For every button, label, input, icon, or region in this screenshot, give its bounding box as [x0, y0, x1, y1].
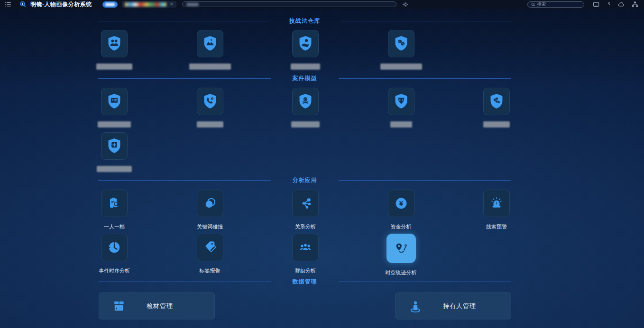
tile-shield-hand[interactable] — [292, 30, 319, 57]
tactic-item — [277, 30, 334, 70]
tile-label-redacted — [483, 121, 510, 128]
tile-shield-mask[interactable] — [388, 88, 414, 115]
tab-label-redacted — [125, 2, 166, 7]
settings-gear-icon[interactable] — [402, 1, 408, 8]
shield-plus-icon — [106, 137, 123, 155]
tile-label-redacted — [380, 64, 422, 70]
shield-phone-icon — [202, 92, 219, 110]
cloud-icon[interactable] — [618, 1, 625, 7]
section-title: 技战法仓库 — [289, 17, 320, 25]
app-item: ¥ 资金分析 — [373, 190, 430, 230]
tab-case[interactable]: ✕ — [122, 1, 176, 8]
app-label: 线索预警 — [486, 223, 507, 230]
tile-person-archive[interactable] — [101, 190, 128, 217]
app-label: 标签报告 — [200, 267, 221, 274]
card-label: 持有人管理 — [443, 302, 476, 310]
clock-icon — [107, 240, 122, 255]
tile-label-redacted — [98, 121, 131, 128]
tile-money-yen[interactable]: ¥ — [388, 190, 414, 217]
tile-relation-graph[interactable] — [292, 190, 319, 217]
tile-tags[interactable] — [197, 234, 223, 261]
tile-label-redacted — [291, 64, 320, 70]
tactic-item — [86, 30, 143, 70]
evidence-box-icon — [111, 299, 127, 314]
case-model-item — [86, 88, 143, 128]
tile-shield-dice[interactable] — [388, 30, 414, 57]
address-bar[interactable] — [182, 1, 396, 7]
sitemap-icon[interactable] — [632, 1, 638, 8]
close-icon[interactable]: ✕ — [170, 2, 174, 7]
tactic-item — [373, 30, 430, 70]
tile-shield-skull[interactable] — [292, 88, 319, 115]
card-label: 检材管理 — [147, 302, 173, 310]
tile-trajectory[interactable] — [386, 234, 416, 263]
shield-scene-icon — [202, 35, 219, 53]
case-model-item — [182, 88, 239, 128]
app-item: 群组分析 — [277, 234, 334, 274]
person-archive-icon — [107, 196, 122, 211]
trajectory-icon — [393, 240, 410, 257]
app-label: 一人一档 — [104, 223, 125, 230]
app-label: 关键词碰撞 — [197, 223, 223, 230]
shield-pills-icon — [488, 92, 505, 110]
shield-skull-icon — [297, 92, 314, 110]
card-holder-management[interactable]: 持有人管理 — [395, 292, 511, 319]
tactic-item — [182, 30, 239, 70]
card-evidence-management[interactable]: 检材管理 — [99, 292, 215, 319]
section-title: 数据管理 — [293, 278, 317, 286]
tile-shield-people[interactable] — [101, 30, 128, 57]
shield-people-icon — [106, 35, 123, 53]
tile-group[interactable] — [292, 234, 319, 261]
section-header-tactics: 技战法仓库 — [98, 17, 511, 25]
tile-label-redacted — [96, 64, 132, 70]
section-header-case-models: 案件模型 — [98, 74, 511, 82]
group-icon — [298, 240, 313, 255]
monitor-icon[interactable] — [593, 1, 599, 8]
tile-alarm-siren[interactable] — [483, 190, 510, 217]
relation-graph-icon — [298, 196, 313, 211]
shield-hand-icon — [297, 35, 314, 53]
app-label: 时空轨迹分析 — [386, 269, 417, 276]
app-item: 关键词碰撞 — [182, 190, 239, 230]
app-item: 事件时序分析 — [86, 234, 143, 274]
tab-active-pill[interactable] — [102, 1, 118, 8]
topbar: 明镜·人物画像分析系统 ✕ — [0, 0, 644, 9]
app-title: 明镜·人物画像分析系统 — [30, 0, 92, 9]
app-item: 时空轨迹分析 — [373, 234, 430, 276]
app-label: 资金分析 — [391, 223, 412, 230]
search-input[interactable] — [537, 2, 580, 7]
tile-label-redacted — [390, 121, 412, 128]
tile-shield-idcard[interactable] — [101, 88, 128, 115]
app-label: 关系分析 — [295, 223, 316, 230]
tile-label-redacted — [291, 121, 320, 128]
holder-person-icon — [408, 299, 423, 314]
tile-shield-scene[interactable] — [197, 30, 223, 57]
tile-shield-plus[interactable] — [101, 132, 128, 160]
note-icon[interactable] — [607, 1, 611, 8]
tile-clock[interactable] — [101, 234, 128, 261]
magnifier-logo-icon — [19, 0, 27, 8]
section-title: 分析应用 — [293, 176, 317, 184]
app-item: 一人一档 — [86, 190, 143, 230]
shield-mask-icon — [393, 92, 410, 110]
search-box — [527, 1, 584, 8]
shield-idcard-icon — [106, 92, 123, 110]
section-title: 案件模型 — [293, 74, 317, 82]
app-item: 关系分析 — [277, 190, 334, 230]
app-window: 明镜·人物画像分析系统 ✕ — [0, 0, 644, 328]
shield-dice-icon — [393, 35, 410, 53]
tile-shield-pills[interactable] — [483, 88, 510, 115]
section-header-analysis-apps: 分析应用 — [98, 176, 511, 184]
address-text-redacted — [186, 3, 199, 6]
tab-label-redacted — [105, 3, 115, 6]
tile-shield-phone[interactable] — [197, 88, 223, 115]
case-model-item — [86, 132, 143, 172]
search-icon — [531, 2, 535, 7]
app-item: 标签报告 — [182, 234, 239, 274]
tile-keyword-collision[interactable] — [197, 190, 223, 217]
case-model-item — [373, 88, 430, 128]
tags-icon — [202, 240, 218, 255]
case-model-item — [277, 88, 334, 128]
section-header-data-mgmt: 数据管理 — [98, 278, 511, 285]
hamburger-menu-icon[interactable] — [5, 1, 11, 8]
